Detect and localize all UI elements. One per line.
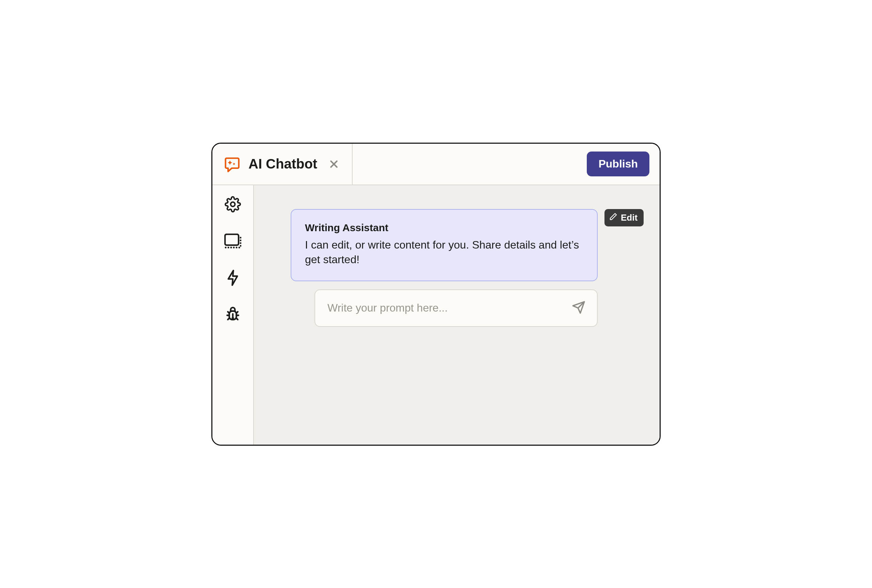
app-window: AI Chatbot Publish: [211, 142, 661, 446]
lightning-icon: [226, 269, 240, 288]
prompt-input[interactable]: [327, 302, 570, 315]
body: Writing Assistant I can edit, or write c…: [213, 185, 659, 445]
send-icon: [572, 301, 586, 315]
card-title: Writing Assistant: [305, 222, 583, 234]
sidebar: [213, 185, 254, 445]
bug-icon: [224, 306, 241, 324]
header-tab: AI Chatbot: [213, 144, 353, 184]
sidebar-item-debug[interactable]: [223, 306, 242, 325]
main-area: Writing Assistant I can edit, or write c…: [254, 185, 659, 445]
edit-button[interactable]: Edit: [604, 209, 644, 226]
app-title: AI Chatbot: [249, 156, 317, 172]
gear-icon: [225, 196, 241, 214]
svg-point-17: [232, 318, 234, 319]
svg-point-2: [231, 202, 235, 206]
prompt-container: [315, 290, 598, 327]
sidebar-item-settings[interactable]: [223, 195, 242, 214]
publish-button[interactable]: Publish: [587, 152, 649, 176]
send-button[interactable]: [570, 298, 587, 317]
svg-marker-14: [228, 270, 238, 285]
sidebar-item-action[interactable]: [223, 269, 242, 288]
placeholder-icon: [224, 234, 241, 250]
svg-rect-3: [225, 234, 238, 245]
assistant-card: Writing Assistant I can edit, or write c…: [291, 209, 598, 281]
header: AI Chatbot Publish: [213, 144, 659, 185]
card-body: I can edit, or write content for you. Sh…: [305, 238, 583, 267]
app-logo-icon: [223, 155, 241, 173]
header-actions: Publish: [353, 144, 659, 184]
edit-button-label: Edit: [621, 213, 637, 223]
sidebar-item-placeholder[interactable]: [223, 232, 242, 251]
pencil-icon: [609, 213, 617, 223]
close-icon[interactable]: [327, 157, 341, 171]
